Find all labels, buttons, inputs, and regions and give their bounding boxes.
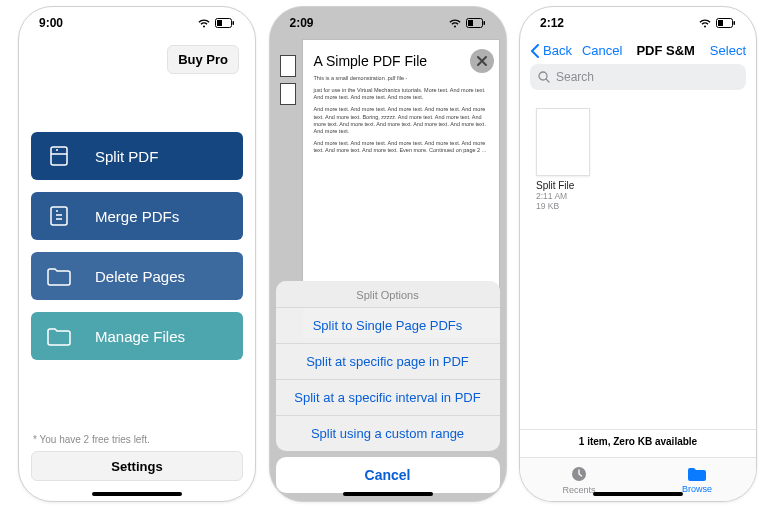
settings-button[interactable]: Settings bbox=[31, 451, 243, 481]
status-bar: 2:12 bbox=[520, 7, 756, 39]
pdf-paragraph: And more text. And more text. And more t… bbox=[314, 140, 488, 154]
file-size: 19 KB bbox=[536, 201, 600, 211]
select-button[interactable]: Select bbox=[710, 43, 746, 58]
battery-icon bbox=[716, 18, 736, 28]
buy-pro-button[interactable]: Buy Pro bbox=[167, 45, 239, 74]
tab-recents-label: Recents bbox=[562, 485, 595, 495]
status-time: 9:00 bbox=[39, 16, 63, 30]
sheet-title: Split Options bbox=[276, 281, 500, 308]
svg-rect-9 bbox=[718, 20, 723, 26]
storage-status: 1 item, Zero KB available bbox=[520, 429, 756, 453]
status-indicators bbox=[197, 18, 235, 28]
chevron-left-icon bbox=[530, 44, 539, 58]
pdf-thumb-1[interactable] bbox=[280, 55, 296, 77]
close-button[interactable] bbox=[470, 49, 494, 73]
status-time: 2:12 bbox=[540, 16, 564, 30]
svg-rect-10 bbox=[734, 21, 736, 25]
battery-icon bbox=[466, 18, 486, 28]
wifi-icon bbox=[448, 18, 462, 28]
status-time: 2:09 bbox=[290, 16, 314, 30]
file-item[interactable]: Split File 2:11 AM 19 KB bbox=[536, 108, 600, 211]
pdf-paragraph: And more text. And more text. And more t… bbox=[314, 106, 488, 135]
status-bar: 2:09 bbox=[270, 7, 506, 39]
option-split-single[interactable]: Split to Single Page PDFs bbox=[276, 308, 500, 344]
cancel-button[interactable]: Cancel bbox=[276, 457, 500, 493]
manage-label: Manage Files bbox=[95, 328, 185, 345]
merge-pdfs-button[interactable]: Merge PDFs bbox=[31, 192, 243, 240]
pdf-paragraph: just for use in the Virtual Mechanics tu… bbox=[314, 87, 488, 101]
merge-icon bbox=[45, 202, 73, 230]
clock-icon bbox=[570, 465, 588, 483]
back-button[interactable]: Back bbox=[530, 43, 572, 58]
file-name: Split File bbox=[536, 180, 600, 191]
pdf-doc-title: A Simple PDF File bbox=[314, 53, 488, 69]
status-indicators bbox=[448, 18, 486, 28]
search-icon bbox=[538, 71, 550, 83]
option-split-interval[interactable]: Split at a specific interval in PDF bbox=[276, 380, 500, 416]
folder-manage-icon bbox=[45, 322, 73, 350]
tab-browse-label: Browse bbox=[682, 484, 712, 494]
home-indicator[interactable] bbox=[343, 492, 433, 496]
search-input[interactable]: Search bbox=[530, 64, 746, 90]
svg-rect-4 bbox=[51, 207, 67, 225]
delete-label: Delete Pages bbox=[95, 268, 185, 285]
file-time: 2:11 AM bbox=[536, 191, 600, 201]
screen-home: 9:00 Buy Pro Split PDF Merge PDFs bbox=[18, 6, 256, 502]
close-icon bbox=[476, 55, 488, 67]
wifi-icon bbox=[698, 18, 712, 28]
screen-files: 2:12 Back Cancel PDF S&M Select Search S… bbox=[519, 6, 757, 502]
folder-delete-icon bbox=[45, 262, 73, 290]
pdf-thumb-2[interactable] bbox=[280, 83, 296, 105]
option-split-range[interactable]: Split using a custom range bbox=[276, 416, 500, 451]
manage-files-button[interactable]: Manage Files bbox=[31, 312, 243, 360]
screen-split-options: 2:09 A Simple PDF File This is a small d… bbox=[269, 6, 507, 502]
split-pdf-button[interactable]: Split PDF bbox=[31, 132, 243, 180]
free-tries-note: * You have 2 free tries left. bbox=[31, 430, 243, 451]
option-split-page[interactable]: Split at specific page in PDF bbox=[276, 344, 500, 380]
status-indicators bbox=[698, 18, 736, 28]
svg-rect-7 bbox=[483, 21, 485, 25]
nav-title: PDF S&M bbox=[636, 43, 695, 58]
split-label: Split PDF bbox=[95, 148, 158, 165]
svg-rect-1 bbox=[217, 20, 222, 26]
svg-rect-6 bbox=[468, 20, 473, 26]
home-indicator[interactable] bbox=[593, 492, 683, 496]
back-label: Back bbox=[543, 43, 572, 58]
search-placeholder: Search bbox=[556, 70, 594, 84]
home-indicator[interactable] bbox=[92, 492, 182, 496]
wifi-icon bbox=[197, 18, 211, 28]
file-grid: Split File 2:11 AM 19 KB bbox=[520, 98, 756, 434]
nav-bar: Back Cancel PDF S&M Select bbox=[520, 39, 756, 64]
svg-rect-3 bbox=[51, 147, 67, 165]
svg-rect-2 bbox=[233, 21, 235, 25]
action-list: Split PDF Merge PDFs Delete Pages Manage… bbox=[31, 132, 243, 360]
pdf-subtitle: This is a small demonstration .pdf file … bbox=[314, 75, 488, 82]
split-icon bbox=[45, 142, 73, 170]
nav-cancel-button[interactable]: Cancel bbox=[582, 43, 622, 58]
action-sheet-options: Split Options Split to Single Page PDFs … bbox=[276, 281, 500, 451]
folder-icon bbox=[687, 466, 707, 482]
battery-icon bbox=[215, 18, 235, 28]
delete-pages-button[interactable]: Delete Pages bbox=[31, 252, 243, 300]
merge-label: Merge PDFs bbox=[95, 208, 179, 225]
status-bar: 9:00 bbox=[19, 7, 255, 39]
action-sheet: Split Options Split to Single Page PDFs … bbox=[276, 281, 500, 493]
file-thumbnail bbox=[536, 108, 590, 176]
